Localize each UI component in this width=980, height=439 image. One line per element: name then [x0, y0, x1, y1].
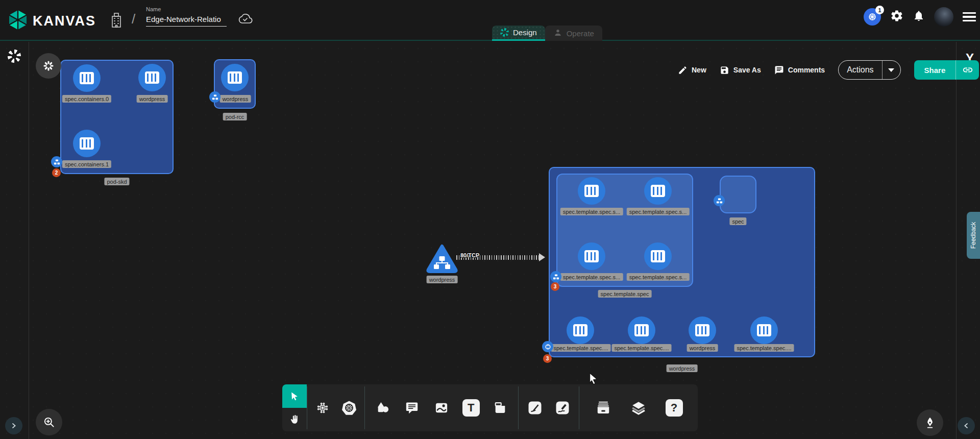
deployment-kind-badge: [542, 341, 553, 352]
comments-button-label: Comments: [788, 66, 825, 74]
kubernetes-context-button[interactable]: 1: [864, 8, 881, 26]
spec-node[interactable]: [720, 176, 756, 213]
actions-split-button[interactable]: Actions: [838, 60, 900, 80]
frame-tab-icon: [493, 401, 507, 415]
comment-tool-button[interactable]: [400, 396, 424, 420]
pan-tool-button[interactable]: [282, 408, 307, 431]
left-rail: [0, 42, 29, 439]
node-label: wordpress: [220, 95, 251, 103]
kanvas-logo-text: KANVAS: [33, 13, 96, 29]
feedback-tab[interactable]: Feedback: [967, 212, 980, 259]
freehand-draw-button[interactable]: [551, 396, 574, 420]
node-label: spec.template.spec.s...: [560, 208, 623, 215]
kanvas-logo-icon: [7, 9, 29, 33]
chip-circuit-icon: [316, 401, 329, 414]
floppy-icon: [720, 65, 729, 75]
meshery-spinner-icon[interactable]: [8, 50, 21, 63]
node-label: spec: [729, 217, 746, 225]
canvas-toolbar: T: [282, 384, 698, 431]
header-right-icons: 1: [864, 7, 976, 27]
pod-kind-badge: [714, 195, 725, 206]
tab-design[interactable]: Design: [492, 26, 545, 41]
pod-kind-badge: [51, 156, 62, 167]
design-name-field: Name: [146, 6, 227, 27]
container-node[interactable]: [567, 316, 594, 344]
operate-tab-icon: [553, 28, 562, 39]
node-label: spec.template.spec.s...: [627, 208, 690, 215]
mode-tabs: Design Operate: [492, 26, 602, 41]
canvas-action-bar: New Save As Comments Actions Share: [678, 60, 979, 80]
expand-left-panel-button[interactable]: [5, 417, 22, 434]
menu-hamburger-icon[interactable]: [963, 10, 976, 24]
design-name-input[interactable]: [146, 14, 227, 27]
node-label: spec.containers.1: [62, 160, 111, 168]
pencil-icon: [678, 65, 688, 75]
help-tool-button[interactable]: ?: [663, 396, 686, 420]
copy-link-button[interactable]: [955, 60, 979, 80]
node-label: spec.containers.0: [62, 95, 111, 103]
share-split-button[interactable]: Share: [914, 60, 979, 80]
comments-button[interactable]: Comments: [774, 65, 825, 75]
error-count-badge[interactable]: 3: [543, 354, 552, 363]
archive-drawer-icon: [596, 400, 611, 416]
hand-icon: [289, 414, 300, 425]
pen-tool-button[interactable]: [523, 396, 547, 420]
pen-nib-button[interactable]: [917, 409, 943, 436]
node-label: spec.template.spec.s...: [627, 273, 690, 281]
container-node-spec-containers-1[interactable]: [73, 130, 101, 157]
drawer-tool-button[interactable]: [592, 396, 615, 420]
new-button[interactable]: New: [678, 65, 706, 75]
error-count-badge[interactable]: 2: [52, 168, 61, 177]
comment-icon: [774, 65, 784, 75]
node-label: spec.template.spec....: [734, 344, 794, 352]
cursor-arrow-icon: [289, 391, 300, 401]
pod-kind-badge: [550, 271, 561, 282]
design-name-label: Name: [146, 6, 227, 12]
text-tool-button[interactable]: T: [459, 396, 483, 420]
user-avatar[interactable]: [934, 7, 953, 27]
kubernetes-tool-button[interactable]: [337, 396, 361, 420]
context-count-badge: 1: [875, 6, 884, 14]
shapes-tool-button[interactable]: [371, 396, 395, 420]
group-label-pod-rcc: pod-rcc: [223, 113, 247, 120]
container-node-spec-containers-0[interactable]: [73, 64, 101, 92]
container-node[interactable]: [644, 177, 672, 205]
group-spec-template-spec[interactable]: [556, 174, 693, 287]
breadcrumb-separator: /: [132, 11, 135, 27]
edge-port-label: 80/TCP: [460, 252, 479, 258]
container-node[interactable]: [750, 316, 778, 344]
select-tool-button[interactable]: [282, 384, 307, 408]
help-tool-glyph: ?: [666, 399, 683, 417]
save-as-button[interactable]: Save As: [720, 65, 761, 75]
zoom-button[interactable]: [36, 409, 62, 435]
error-count-badge[interactable]: 3: [551, 282, 559, 291]
components-tool-button[interactable]: [311, 396, 334, 420]
notifications-bell-icon[interactable]: [913, 10, 925, 24]
pen-path-icon: [527, 400, 543, 416]
tab-operate[interactable]: Operate: [545, 26, 602, 41]
organization-icon[interactable]: [109, 11, 124, 31]
node-label: spec.template.spec....: [612, 344, 672, 352]
service-node-wordpress[interactable]: [426, 244, 458, 276]
save-as-button-label: Save As: [733, 66, 761, 74]
container-node[interactable]: [644, 242, 672, 270]
container-node[interactable]: [628, 316, 655, 344]
expand-right-panel-button[interactable]: [958, 417, 975, 434]
actions-dropdown-arrow[interactable]: [882, 60, 900, 80]
edge-arrowhead-icon: [539, 253, 545, 261]
image-tool-button[interactable]: [430, 396, 453, 420]
container-node-wordpress[interactable]: [221, 64, 249, 91]
layers-tool-button[interactable]: [627, 396, 650, 420]
kubernetes-helm-icon: [341, 400, 357, 416]
pod-kind-badge: [209, 91, 220, 103]
container-node[interactable]: [689, 316, 716, 344]
container-node[interactable]: [578, 177, 605, 205]
group-actions-gear-button[interactable]: [36, 53, 61, 79]
container-node-wordpress[interactable]: [138, 64, 166, 91]
node-label: spec.template.spec....: [551, 344, 611, 352]
container-node[interactable]: [578, 242, 605, 270]
feedback-label: Feedback: [970, 222, 977, 249]
settings-gear-icon[interactable]: [890, 9, 903, 25]
kanvas-logo[interactable]: KANVAS: [7, 9, 96, 33]
frame-tool-button[interactable]: [488, 396, 512, 420]
